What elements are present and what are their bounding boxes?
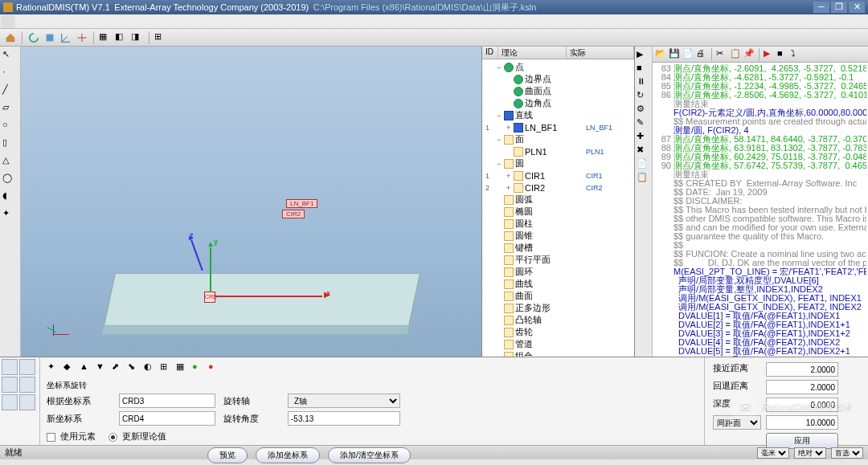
depth-input[interactable]	[766, 398, 838, 412]
tree-row[interactable]: PLN1PLN1	[482, 145, 634, 157]
add-crd-button[interactable]: 添加坐标系	[256, 447, 320, 463]
add-clear-crd-button[interactable]: 添加/清空坐标系	[328, 447, 411, 463]
cylinder-tool-icon[interactable]: ▯	[2, 137, 18, 153]
sphere-tool-icon[interactable]: ◯	[2, 172, 18, 188]
menu-item-1[interactable]	[1, 15, 15, 28]
tree-row[interactable]: 1+CIR1CIR1	[482, 169, 634, 182]
line-tool-icon[interactable]: ╱	[2, 84, 18, 100]
crd-mode-4-icon[interactable]	[19, 377, 35, 393]
bt-1-icon[interactable]: ✦	[47, 361, 61, 375]
tree-row[interactable]: −面	[482, 133, 634, 145]
new-crd-input[interactable]	[119, 411, 215, 426]
tree-row[interactable]: 圆弧	[482, 194, 634, 206]
code-tool-8-icon[interactable]: ✖	[636, 144, 650, 157]
tree-header-theory[interactable]: 理论	[498, 47, 567, 59]
view3-icon[interactable]: ◨	[130, 31, 145, 45]
crd-mode-1-icon[interactable]	[2, 359, 18, 375]
code-editor[interactable]: 83测点/直角坐标, -2.6091, 4.2653, -5.3727, 0.5…	[653, 63, 868, 357]
cube-icon[interactable]	[43, 31, 57, 45]
retract-input[interactable]	[766, 380, 838, 394]
bt-7-icon[interactable]: ◐	[143, 361, 158, 375]
circle-tool-icon[interactable]: ○	[2, 119, 18, 135]
code-tool-3-icon[interactable]: ⏸	[636, 75, 650, 88]
cone-tool-icon[interactable]: △	[2, 154, 18, 170]
run-icon[interactable]: ▶	[763, 48, 776, 61]
tree-row[interactable]: 圆环	[482, 266, 634, 278]
maximize-button[interactable]: ❐	[831, 2, 847, 13]
gap-select[interactable]: 间距面	[713, 415, 761, 430]
crd-mode-3-icon[interactable]	[2, 377, 18, 393]
paste-icon[interactable]: 📌	[743, 48, 755, 61]
home-icon[interactable]	[3, 31, 18, 45]
gap-input[interactable]	[766, 415, 838, 430]
crd-mode-2-icon[interactable]	[19, 359, 35, 375]
axis-select[interactable]: Z轴	[288, 394, 400, 408]
tree-row[interactable]: −圆	[482, 157, 634, 169]
view4-icon[interactable]: ⊞	[154, 31, 168, 45]
3d-viewport[interactable]: x y z CRD LN_BF1 CIR2	[21, 47, 482, 357]
bt-10-icon[interactable]: ●	[191, 361, 206, 375]
bt-3-icon[interactable]: ▲	[79, 361, 93, 375]
code-tool-9-icon[interactable]: 📄	[636, 157, 650, 170]
tree-row[interactable]: 正多边形	[482, 302, 634, 314]
tree-row[interactable]: 键槽	[482, 242, 634, 254]
code-tool-6-icon[interactable]: ✎	[636, 116, 650, 129]
tree-row[interactable]: 曲面	[482, 290, 634, 302]
view2-icon[interactable]: ◧	[114, 31, 129, 45]
bt-9-icon[interactable]: ▦	[175, 361, 190, 375]
minimize-button[interactable]: ─	[813, 2, 829, 13]
code-tool-2-icon[interactable]: ■	[636, 62, 650, 75]
new-icon[interactable]: 📄	[682, 48, 694, 61]
tree-row[interactable]: 组合	[482, 350, 634, 357]
step-icon[interactable]: ⤵	[790, 48, 803, 61]
preview-button[interactable]: 预览	[207, 447, 248, 463]
tree-row[interactable]: 边角点	[482, 97, 634, 109]
open-icon[interactable]: 📂	[654, 48, 667, 61]
stop-icon[interactable]: ■	[776, 48, 789, 61]
print-icon[interactable]: 🖨	[695, 48, 708, 61]
bt-6-icon[interactable]: ⬊	[127, 361, 141, 375]
tree-row[interactable]: 曲线	[482, 278, 634, 290]
code-tool-10-icon[interactable]: 📋	[636, 171, 650, 184]
tree-header-id[interactable]: ID	[482, 47, 498, 59]
tree-row[interactable]: 2+CIR2CIR2	[482, 182, 634, 194]
save-icon[interactable]: 💾	[668, 48, 681, 61]
pointer-icon[interactable]: ↖	[2, 48, 18, 64]
refresh-icon[interactable]	[27, 31, 41, 45]
entity-label-cir2[interactable]: CIR2	[282, 210, 305, 218]
approach-input[interactable]	[766, 362, 838, 377]
angle-input[interactable]	[288, 411, 400, 426]
crd-mode-6-icon[interactable]	[19, 394, 35, 410]
point-tool-icon[interactable]: ·	[2, 66, 18, 82]
bt-8-icon[interactable]: ⊞	[159, 361, 174, 375]
cut-icon[interactable]: ✂	[715, 48, 728, 61]
ref-crd-input[interactable]	[119, 394, 215, 408]
tree-row[interactable]: 管道	[482, 338, 634, 350]
view1-icon[interactable]: ▦	[98, 31, 113, 45]
tree-row[interactable]: 圆锥	[482, 230, 634, 242]
bt-5-icon[interactable]: ⬈	[111, 361, 125, 375]
status-mode-select[interactable]: 绝对	[794, 447, 826, 459]
code-tool-5-icon[interactable]: ⚙	[636, 103, 650, 116]
entity-label-ln-bf1[interactable]: LN_BF1	[286, 199, 317, 208]
update-theory-radio[interactable]	[108, 433, 117, 442]
tree-row[interactable]: 边界点	[482, 73, 634, 85]
tree-row[interactable]: 齿轮	[482, 326, 634, 338]
axes-icon[interactable]	[75, 31, 89, 45]
code-tool-4-icon[interactable]: ↻	[636, 89, 650, 102]
tree-row[interactable]: −直线	[482, 109, 634, 121]
tree-row[interactable]: 凸轮轴	[482, 314, 634, 326]
tree-row[interactable]: 1+LN_BF1LN_BF1	[482, 121, 634, 133]
close-button[interactable]: ✕	[849, 2, 865, 13]
tree-header-actual[interactable]: 实际	[567, 47, 635, 59]
use-entity-checkbox[interactable]	[47, 433, 55, 442]
bt-2-icon[interactable]: ◆	[63, 361, 77, 375]
tree-row[interactable]: 圆柱	[482, 218, 634, 230]
origin-marker[interactable]: CRD	[204, 292, 215, 303]
crd-mode-5-icon[interactable]	[2, 394, 18, 410]
bt-4-icon[interactable]: ▼	[95, 361, 109, 375]
code-tool-7-icon[interactable]: ✚	[636, 130, 650, 143]
copy-icon[interactable]: 📋	[729, 48, 742, 61]
status-units-select[interactable]: 毫米	[757, 447, 789, 459]
tree-row[interactable]: −点	[482, 61, 634, 73]
